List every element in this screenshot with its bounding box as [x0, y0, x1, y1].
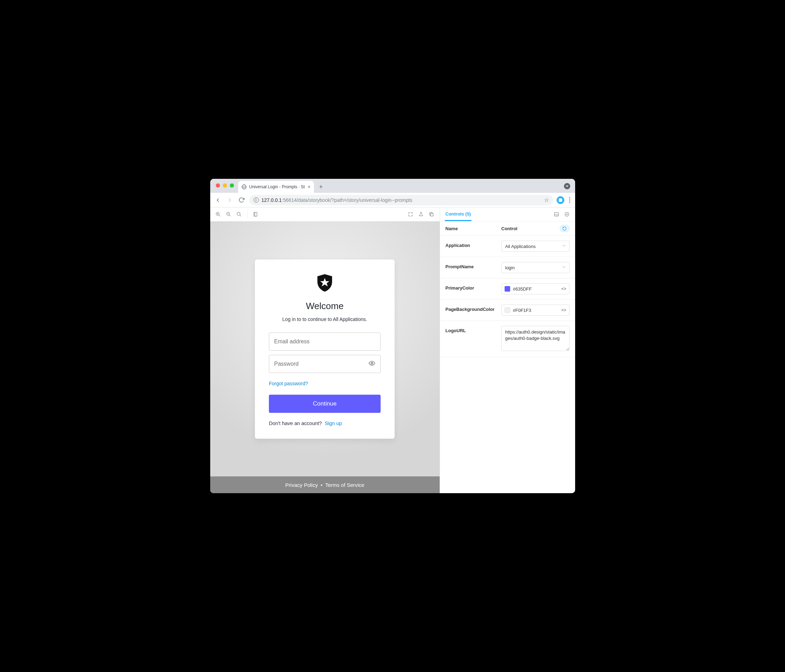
preview-pane: Welcome Log in to to continue to All App…: [210, 207, 439, 493]
new-tab-button[interactable]: +: [316, 182, 326, 192]
addons-tabs: Controls (5): [440, 207, 575, 221]
swap-icon[interactable]: <>: [561, 308, 566, 313]
email-placeholder: Email address: [274, 338, 310, 345]
login-footer: Privacy Policy • Terms of Service: [210, 476, 439, 493]
fullscreen-icon[interactable]: [408, 211, 414, 218]
chevron-down-icon: ﹀: [562, 244, 566, 249]
reset-controls-button[interactable]: [560, 225, 569, 232]
browser-window: Universal Login - Prompts · St × + i 127…: [210, 179, 575, 493]
url-text: 127.0.0.1:56614/data/storybook/?path=/st…: [261, 197, 541, 203]
address-bar: i 127.0.0.1:56614/data/storybook/?path=/…: [210, 193, 575, 207]
reload-button[interactable]: [238, 196, 246, 204]
welcome-heading: Welcome: [269, 301, 381, 312]
password-field[interactable]: Password: [269, 355, 381, 373]
email-field[interactable]: Email address: [269, 332, 381, 351]
svg-point-2: [237, 212, 240, 216]
controls-header: Name Control: [440, 221, 575, 236]
window-controls: [216, 183, 234, 188]
tab-strip: Universal Login - Prompts · St × +: [210, 179, 575, 193]
continue-button[interactable]: Continue: [269, 395, 381, 413]
open-external-icon[interactable]: [418, 211, 424, 218]
forward-button[interactable]: [225, 196, 234, 204]
browser-menu-icon[interactable]: [568, 196, 572, 204]
tabs-dropdown-icon[interactable]: [564, 183, 570, 189]
zoom-out-icon[interactable]: [225, 211, 232, 218]
color-swatch[interactable]: [505, 307, 510, 313]
application-select[interactable]: All Applications ﹀: [502, 241, 569, 252]
preview-canvas: Welcome Log in to to continue to All App…: [210, 221, 439, 493]
close-window[interactable]: [216, 183, 220, 188]
control-application: Application All Applications ﹀: [440, 236, 575, 257]
promptname-select[interactable]: login ﹀: [502, 262, 569, 273]
browser-tab[interactable]: Universal Login - Prompts · St ×: [238, 181, 314, 193]
copy-icon[interactable]: [428, 211, 435, 218]
svg-point-6: [371, 362, 373, 364]
signup-link[interactable]: Sign up: [325, 421, 342, 426]
control-logourl: LogoURL: [440, 321, 575, 357]
zoom-in-icon[interactable]: [215, 211, 221, 218]
bookmark-icon[interactable]: ☆: [544, 197, 549, 203]
control-primarycolor: PrimaryColor #635DFF <>: [440, 278, 575, 300]
pagebackgroundcolor-input[interactable]: #F0F1F3 <>: [502, 305, 569, 316]
globe-icon: [242, 185, 247, 189]
forgot-password-link[interactable]: Forgot password?: [269, 381, 308, 386]
tos-link[interactable]: Terms of Service: [325, 482, 364, 488]
maximize-window[interactable]: [230, 183, 234, 188]
swap-icon[interactable]: <>: [561, 287, 566, 291]
signup-prompt: Don't have an account? Sign up: [269, 421, 381, 426]
control-pagebackgroundcolor: PageBackgroundColor #F0F1F3 <>: [440, 300, 575, 321]
panel-position-icon[interactable]: [554, 211, 560, 218]
preview-toolbar: [210, 207, 439, 221]
header-name: Name: [446, 226, 502, 231]
svg-rect-4: [430, 213, 433, 216]
svg-rect-3: [254, 212, 257, 216]
subtitle: Log in to to continue to All Application…: [269, 316, 381, 322]
header-control: Control: [502, 226, 560, 231]
logo: [269, 274, 381, 292]
primarycolor-input[interactable]: #635DFF <>: [502, 283, 569, 294]
chevron-down-icon: ﹀: [562, 265, 566, 270]
close-tab-icon[interactable]: ×: [308, 184, 310, 190]
viewport-icon[interactable]: [252, 211, 259, 218]
show-password-icon[interactable]: [368, 360, 375, 368]
login-card: Welcome Log in to to continue to All App…: [255, 260, 395, 439]
privacy-link[interactable]: Privacy Policy: [285, 482, 318, 488]
password-placeholder: Password: [274, 361, 299, 367]
addons-panel: Controls (5) Name Control Application Al…: [439, 207, 575, 493]
controls-tab[interactable]: Controls (5): [445, 207, 472, 221]
svg-rect-7: [555, 213, 558, 216]
shield-star-icon: [316, 274, 333, 292]
extension-icon[interactable]: [557, 196, 564, 204]
close-panel-icon[interactable]: [564, 211, 570, 218]
control-promptname: PromptName login ﹀: [440, 257, 575, 278]
minimize-window[interactable]: [223, 183, 227, 188]
color-swatch[interactable]: [505, 286, 510, 291]
zoom-reset-icon[interactable]: [236, 211, 242, 218]
tab-title: Universal Login - Prompts · St: [249, 185, 305, 189]
storybook-content: Welcome Log in to to continue to All App…: [210, 207, 575, 493]
back-button[interactable]: [214, 196, 222, 204]
url-input[interactable]: i 127.0.0.1:56614/data/storybook/?path=/…: [249, 195, 553, 205]
logourl-textarea[interactable]: [502, 326, 569, 351]
site-info-icon[interactable]: i: [253, 197, 259, 202]
